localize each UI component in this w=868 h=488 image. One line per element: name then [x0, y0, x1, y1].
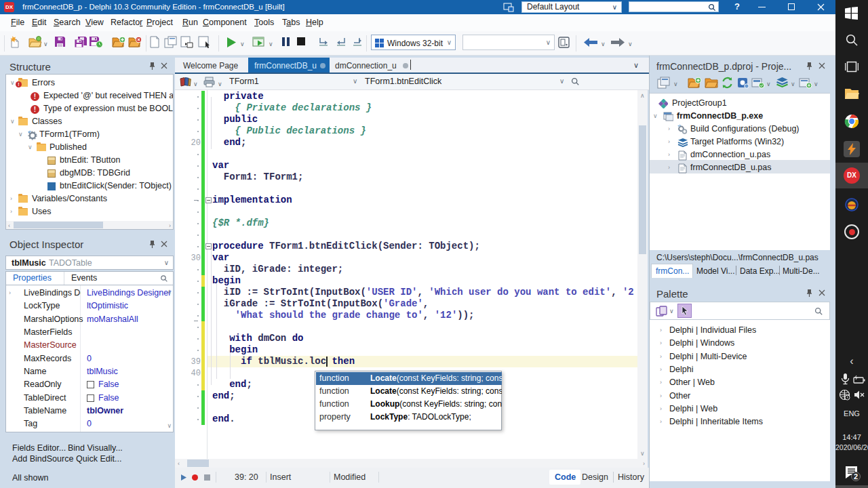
svg-text:2: 2 [854, 472, 858, 481]
